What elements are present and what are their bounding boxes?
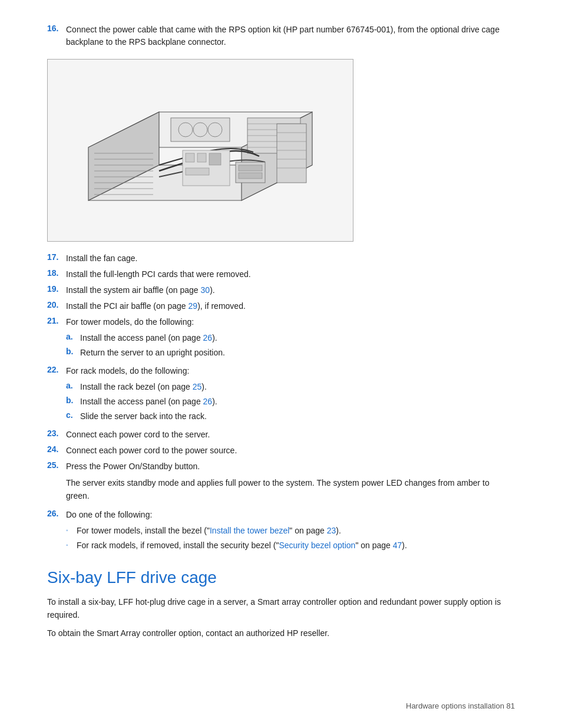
step-23-num: 23. — [47, 429, 66, 438]
section-para-2: To obtain the Smart Array controller opt… — [47, 627, 515, 640]
step-16-text: Connect the power cable that came with t… — [66, 24, 515, 48]
server-diagram-svg — [53, 65, 348, 236]
step-17-row: 17. Install the fan cage. — [47, 252, 515, 265]
page-footer: Hardware options installation 81 — [406, 701, 515, 710]
step-18-num: 18. — [47, 268, 66, 278]
bullet-icon-2: ◦ — [66, 539, 77, 548]
step-22b-text: Install the access panel (on page 26). — [80, 396, 515, 408]
link-page-29[interactable]: 29 — [189, 301, 198, 311]
step-22c-row: c. Slide the server back into the rack. — [66, 410, 515, 423]
link-page-26-22b[interactable]: 26 — [203, 397, 213, 406]
svg-rect-19 — [171, 118, 230, 141]
step-21-num: 21. — [47, 316, 66, 325]
step-20-row: 20. Install the PCI air baffle (on page … — [47, 300, 515, 312]
link-page-30[interactable]: 30 — [201, 285, 210, 295]
step-26-bullet-2-text: For rack models, if removed, install the… — [77, 539, 515, 552]
svg-rect-29 — [239, 165, 262, 171]
step-22-substeps: a. Install the rack bezel (on page 25). … — [66, 381, 515, 423]
step-23-row: 23. Connect each power cord to the serve… — [47, 429, 515, 441]
step-25-text: Press the Power On/Standby button. — [66, 460, 515, 473]
step-21a-text: Install the access panel (on page 26). — [80, 332, 515, 344]
step-26-num: 26. — [47, 509, 66, 518]
step-23-text: Connect each power cord to the server. — [66, 429, 515, 441]
link-security-bezel-option[interactable]: Security bezel option — [279, 541, 355, 550]
step-21-block: 21. For tower models, do the following: … — [47, 316, 515, 359]
step-21a-label: a. — [66, 332, 80, 341]
step-25-extra: The server exits standby mode and applie… — [66, 476, 515, 503]
step-22-num: 22. — [47, 365, 66, 374]
section-para-1: To install a six-bay, LFF hot-plug drive… — [47, 595, 515, 622]
step-21-text: For tower models, do the following: — [66, 316, 515, 328]
step-16-block: 16. Connect the power cable that came wi… — [47, 24, 515, 242]
step-26-row: 26. Do one of the following: — [47, 509, 515, 521]
step-25-row: 25. Press the Power On/Standby button. — [47, 460, 515, 473]
page: 16. Connect the power cable that came wi… — [0, 0, 562, 728]
step-26-block: 26. Do one of the following: ◦ For tower… — [47, 509, 515, 552]
server-image — [47, 59, 353, 242]
step-21-substeps: a. Install the access panel (on page 26)… — [66, 332, 515, 359]
step-16-num: 16. — [47, 24, 66, 33]
step-18-text: Install the full-length PCI cards that w… — [66, 268, 515, 281]
svg-rect-27 — [186, 168, 209, 175]
step-20-num: 20. — [47, 300, 66, 309]
step-19-row: 19. Install the system air baffle (on pa… — [47, 284, 515, 297]
step-22-block: 22. For rack models, do the following: a… — [47, 365, 515, 423]
step-24-row: 24. Connect each power cord to the power… — [47, 444, 515, 457]
step-26-bullet-1: ◦ For tower models, install the bezel ("… — [66, 525, 515, 537]
step-22b-row: b. Install the access panel (on page 26)… — [66, 396, 515, 408]
step-19-text: Install the system air baffle (on page 3… — [66, 284, 515, 297]
step-22a-label: a. — [66, 381, 80, 390]
step-21b-label: b. — [66, 347, 80, 356]
link-page-25[interactable]: 25 — [193, 382, 202, 391]
step-21-row: 21. For tower models, do the following: — [47, 316, 515, 328]
step-17-num: 17. — [47, 252, 66, 262]
link-install-tower-bezel[interactable]: Install the tower bezel — [210, 526, 289, 535]
step-26-text: Do one of the following: — [66, 509, 515, 521]
step-17-text: Install the fan cage. — [66, 252, 515, 265]
svg-rect-24 — [186, 153, 194, 162]
step-25-block: 25. Press the Power On/Standby button. T… — [47, 460, 515, 503]
step-21a-row: a. Install the access panel (on page 26)… — [66, 332, 515, 344]
step-24-text: Connect each power cord to the power sou… — [66, 444, 515, 457]
link-page-26-21a[interactable]: 26 — [203, 333, 213, 342]
step-21b-text: Return the server to an upright position… — [80, 347, 515, 359]
step-20-text: Install the PCI air baffle (on page 29),… — [66, 300, 515, 312]
bullet-icon-1: ◦ — [66, 525, 77, 533]
section-heading: Six-bay LFF drive cage — [47, 568, 515, 587]
step-19-num: 19. — [47, 284, 66, 294]
step-25-num: 25. — [47, 460, 66, 470]
link-page-23[interactable]: 23 — [327, 526, 336, 535]
step-22-row: 22. For rack models, do the following: — [47, 365, 515, 377]
step-26-bullet-1-text: For tower models, install the bezel ("In… — [77, 525, 515, 537]
step-22-text: For rack models, do the following: — [66, 365, 515, 377]
step-24-num: 24. — [47, 444, 66, 454]
svg-rect-30 — [239, 173, 262, 179]
svg-rect-25 — [197, 153, 206, 162]
step-16-row: 16. Connect the power cable that came wi… — [47, 24, 515, 48]
step-22b-label: b. — [66, 396, 80, 405]
step-22a-text: Install the rack bezel (on page 25). — [80, 381, 515, 393]
link-page-47[interactable]: 47 — [393, 541, 402, 550]
step-26-bullet-2: ◦ For rack models, if removed, install t… — [66, 539, 515, 552]
step-18-row: 18. Install the full-length PCI cards th… — [47, 268, 515, 281]
step-22a-row: a. Install the rack bezel (on page 25). — [66, 381, 515, 393]
step-22c-label: c. — [66, 410, 80, 420]
step-26-bullets: ◦ For tower models, install the bezel ("… — [66, 525, 515, 552]
step-21b-row: b. Return the server to an upright posit… — [66, 347, 515, 359]
step-22c-text: Slide the server back into the rack. — [80, 410, 515, 423]
svg-rect-26 — [209, 153, 221, 165]
